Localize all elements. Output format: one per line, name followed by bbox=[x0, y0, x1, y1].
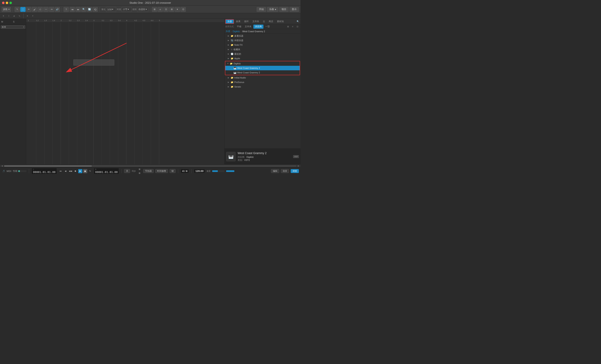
close-button[interactable] bbox=[2, 2, 4, 4]
maximize-button[interactable] bbox=[10, 2, 12, 4]
help-btn[interactable]: ? bbox=[63, 7, 69, 12]
grid-view-icon[interactable]: ⊞ bbox=[286, 25, 290, 29]
edit-btn[interactable]: 编辑 bbox=[271, 169, 279, 173]
collapse-icon: ▶ bbox=[228, 48, 230, 51]
start-button[interactable]: 开始 bbox=[257, 7, 266, 12]
speed-label: 速度 bbox=[207, 170, 210, 172]
subtab-vendor[interactable]: 供应商 bbox=[253, 25, 263, 29]
view-btn6[interactable]: ⊡ bbox=[180, 7, 186, 12]
list-item[interactable]: ▼ 📁 Digikitz bbox=[225, 61, 300, 66]
transport-section: ⏮ ◀ ◀◀ ⏹ ▶ ⏺ ↻ bbox=[59, 169, 92, 173]
subtab-folder[interactable]: 文件夹 bbox=[243, 25, 253, 29]
standard-dropdown[interactable]: 标准 ▾ bbox=[1, 25, 25, 29]
subtab-type[interactable]: 一型 bbox=[264, 25, 271, 29]
stop-btn[interactable]: ⏹ bbox=[73, 169, 77, 173]
browse-btn[interactable]: 浏览 bbox=[291, 169, 299, 173]
eraser-tool[interactable]: ◇ bbox=[38, 7, 43, 12]
instrument-preview-icon: 🎹 bbox=[226, 152, 236, 161]
list-item[interactable]: ▶ 📁 Initial Audio bbox=[224, 75, 300, 80]
list-item[interactable]: ▶ ☆ 收藏夹 bbox=[224, 47, 300, 52]
loop-btn[interactable]: ↻ bbox=[88, 169, 92, 173]
pencil-tool[interactable]: ✏ bbox=[26, 7, 31, 12]
rewind-btn[interactable]: ⏮ bbox=[70, 7, 75, 12]
wave-icon[interactable]: ∿ bbox=[17, 14, 22, 18]
info-icon[interactable]: i bbox=[7, 14, 11, 18]
piano-roll[interactable]: 1 1.2 1.3 1.4 2 2.2 2.3 2.4 3 3.2 3.3 3.… bbox=[26, 19, 224, 164]
tab-instruments[interactable]: 乐器 bbox=[225, 19, 234, 24]
mute-tool[interactable]: 〰 bbox=[43, 7, 49, 12]
project-button[interactable]: 项目 bbox=[279, 7, 289, 12]
scroll-track[interactable] bbox=[4, 165, 296, 167]
view-btn1[interactable]: ⊞ bbox=[152, 7, 157, 12]
scroll-right-btn[interactable]: ▶ bbox=[297, 165, 300, 167]
search-icon[interactable]: 🔍 bbox=[296, 20, 300, 23]
menu-icon[interactable]: ≡ bbox=[1, 14, 6, 18]
view-btn5[interactable]: ▾ bbox=[175, 7, 180, 12]
step-back-btn[interactable]: ◀ bbox=[63, 169, 68, 173]
list-item[interactable]: ▶ 📁 Serato bbox=[224, 84, 300, 89]
play-btn[interactable]: ▶ bbox=[78, 169, 82, 173]
item-label: 收藏夹 bbox=[233, 48, 240, 51]
tab-pool[interactable]: 素材池 bbox=[275, 19, 285, 24]
pointer-tool[interactable]: ↖ bbox=[15, 7, 20, 12]
s-label: S bbox=[13, 20, 25, 23]
list-icon[interactable]: ≡ bbox=[25, 14, 30, 18]
time-edit-btn[interactable]: 时间修整 bbox=[155, 169, 168, 173]
metronome-btn[interactable]: 节拍器 bbox=[143, 169, 154, 173]
midi-icon[interactable]: 🎵 bbox=[2, 169, 6, 173]
scroll-thumb[interactable] bbox=[4, 165, 92, 167]
snap-select[interactable]: 自适应 ▾ bbox=[137, 7, 148, 12]
timebase-select[interactable]: 小节 ▾ bbox=[121, 7, 132, 12]
display-button[interactable]: 显示 bbox=[290, 7, 299, 12]
l-label: L bbox=[33, 169, 56, 171]
folder-icon: 📁 bbox=[231, 85, 233, 88]
add-icon[interactable]: + bbox=[30, 14, 35, 18]
quantize-select[interactable]: 1/16 ▾ bbox=[106, 7, 116, 12]
cursor-icon[interactable]: ⌀ bbox=[12, 14, 16, 18]
list-item[interactable]: ▶ 📁 多重乐器 bbox=[224, 34, 300, 38]
record-btn[interactable]: ⏺ bbox=[83, 169, 87, 173]
song-button[interactable]: 乐曲 ▾ bbox=[267, 7, 278, 12]
browser-tree[interactable]: ▶ 📁 多重乐器 ▶ 📷 外部乐器 ▶ 📁 Note FX ▶ ☆ 收藏夹 bbox=[224, 34, 300, 148]
tab-files[interactable]: 文件夹 bbox=[251, 19, 261, 24]
tab-store[interactable]: 商店 bbox=[267, 19, 275, 24]
rewind-btn[interactable]: ⏮ bbox=[59, 169, 63, 173]
list-item[interactable]: 🎹 West Coast Grammy 2 bbox=[225, 70, 300, 75]
iq-btn[interactable]: IQ bbox=[93, 7, 98, 12]
scroll-left-btn[interactable]: ◀ bbox=[1, 165, 3, 167]
tab-loops[interactable]: 循环 bbox=[242, 19, 250, 24]
view-btn4[interactable]: ⊞ bbox=[169, 7, 174, 12]
view-btn3[interactable]: ⊡ bbox=[163, 7, 169, 12]
bc-instruments[interactable]: 乐器 bbox=[226, 30, 230, 33]
horizontal-scrollbar[interactable]: ◀ ▶ bbox=[0, 164, 300, 167]
transport-icon1[interactable]: ⊞ bbox=[138, 167, 141, 171]
list-item[interactable]: 🎹 West Coast Grammy 2 bbox=[225, 66, 300, 70]
transport-icon2[interactable]: ⊞ bbox=[138, 171, 141, 175]
list-view-icon[interactable]: ≡ bbox=[290, 25, 295, 29]
list-item[interactable]: ▶ 📁 PreSonus bbox=[224, 80, 300, 84]
tab-cloud[interactable]: 云 bbox=[261, 19, 267, 24]
subtab-tile[interactable]: 平铺 bbox=[235, 25, 243, 29]
list-item[interactable]: ▶ 📷 外部乐器 bbox=[224, 38, 300, 43]
select-tool[interactable]: ⬚ bbox=[20, 7, 26, 12]
param-dropdown[interactable]: 参数 ▾ bbox=[2, 7, 11, 12]
list-item[interactable]: ▶ 🕐 最近的 bbox=[224, 52, 300, 56]
volume-tool[interactable]: 🔊 bbox=[55, 7, 60, 12]
view-btn2[interactable]: ≡ bbox=[158, 7, 163, 12]
brush-tool[interactable]: 🖌 bbox=[32, 7, 37, 12]
zoom-btn[interactable]: 🔍 bbox=[81, 7, 86, 12]
lock-btn[interactable]: 锁 bbox=[170, 169, 176, 173]
loop-btn[interactable]: 🔄 bbox=[87, 7, 92, 12]
list-item[interactable]: ▶ 📁 Apple bbox=[224, 56, 300, 61]
forward-btn[interactable]: ⏭ bbox=[75, 7, 81, 12]
off-btn[interactable]: 关 bbox=[124, 169, 130, 173]
expand-icon[interactable]: ⊡ bbox=[295, 25, 300, 29]
prev-btn[interactable]: ◀◀ bbox=[68, 169, 72, 173]
bc-digikitz[interactable]: Digikitz bbox=[233, 30, 240, 33]
split-tool[interactable]: ⇔ bbox=[49, 7, 54, 12]
tab-effects[interactable]: 效果 bbox=[234, 19, 242, 24]
toolbar2: ≡ i ⌀ ∿ ≡ + bbox=[0, 13, 300, 19]
list-item[interactable]: ▶ 📁 Note FX bbox=[224, 43, 300, 47]
minimize-button[interactable] bbox=[6, 2, 8, 4]
mix-btn[interactable]: 混音 bbox=[281, 169, 289, 173]
